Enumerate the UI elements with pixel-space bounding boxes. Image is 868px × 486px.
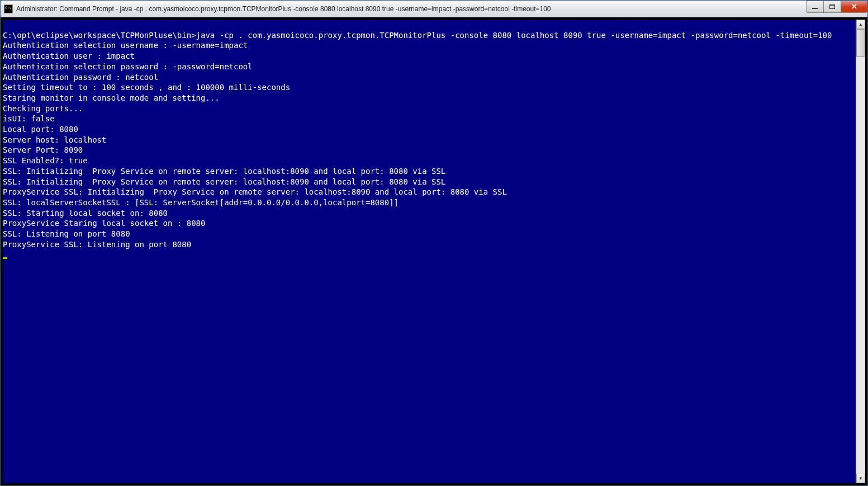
minimize-button[interactable] bbox=[806, 1, 824, 13]
maximize-button[interactable] bbox=[823, 1, 841, 13]
output-line: isUI: false bbox=[3, 114, 55, 123]
output-line: SSL: Initializing Proxy Service on remot… bbox=[3, 167, 445, 176]
output-line: Authentication password : netcool bbox=[3, 73, 158, 82]
scroll-up-button[interactable]: ▲ bbox=[856, 20, 865, 29]
output-line: Server host: localhost bbox=[3, 135, 106, 144]
maximize-icon bbox=[829, 4, 835, 9]
output-line: ProxyService SSL: Listening on port 8080 bbox=[3, 240, 191, 249]
scroll-track[interactable] bbox=[856, 29, 865, 474]
output-line: Local port: 8080 bbox=[3, 125, 78, 134]
output-line: Authentication selection username : -use… bbox=[3, 41, 248, 50]
output-line: ProxyService Staring local socket on : 8… bbox=[3, 219, 205, 228]
titlebar[interactable]: Administrator: Command Prompt - java -cp… bbox=[1, 1, 867, 17]
console-output-area[interactable]: C:\opt\eclipse\workspace\TCPMonPluse\bin… bbox=[3, 20, 856, 483]
output-line: Authentication user : impact bbox=[3, 51, 135, 60]
command-prompt-window: Administrator: Command Prompt - java -cp… bbox=[0, 0, 868, 486]
output-line: Staring monitor in console mode and sett… bbox=[3, 93, 220, 102]
output-line: Server Port: 8090 bbox=[3, 145, 83, 154]
output-line: SSL: Initializing Proxy Service on remot… bbox=[3, 177, 445, 186]
output-line: Authentication selection password : -pas… bbox=[3, 62, 253, 71]
close-icon: ✕ bbox=[851, 2, 857, 11]
command-text: java -cp . com.yasmoicoco.proxy.tcpmon.T… bbox=[196, 31, 832, 40]
output-line: Setting timeout to : 100 seconds , and :… bbox=[3, 83, 290, 92]
output-line: ProxyService SSL: Initializing Proxy Ser… bbox=[3, 187, 507, 196]
chevron-up-icon: ▲ bbox=[858, 22, 863, 27]
cmd-icon bbox=[4, 4, 13, 13]
output-line: SSL: Starting local socket on: 8080 bbox=[3, 209, 168, 218]
console-wrapper: C:\opt\eclipse\workspace\TCPMonPluse\bin… bbox=[1, 17, 867, 485]
output-line: Checking ports... bbox=[3, 104, 83, 113]
close-button[interactable]: ✕ bbox=[841, 1, 867, 13]
window-title: Administrator: Command Prompt - java -cp… bbox=[16, 5, 807, 13]
cursor bbox=[3, 257, 7, 259]
scroll-down-button[interactable]: ▼ bbox=[856, 474, 865, 483]
chevron-down-icon: ▼ bbox=[858, 476, 863, 481]
vertical-scrollbar[interactable]: ▲ ▼ bbox=[856, 20, 865, 483]
window-controls: ✕ bbox=[807, 1, 867, 13]
output-line: SSL Enabled?: true bbox=[3, 156, 88, 165]
prompt: C:\opt\eclipse\workspace\TCPMonPluse\bin… bbox=[3, 31, 196, 40]
scroll-thumb[interactable] bbox=[856, 29, 865, 57]
output-line: SSL: Listening on port 8080 bbox=[3, 229, 130, 238]
minimize-icon bbox=[812, 7, 818, 9]
output-line: SSL: localServerSocketSSL : [SSL: Server… bbox=[3, 198, 399, 207]
